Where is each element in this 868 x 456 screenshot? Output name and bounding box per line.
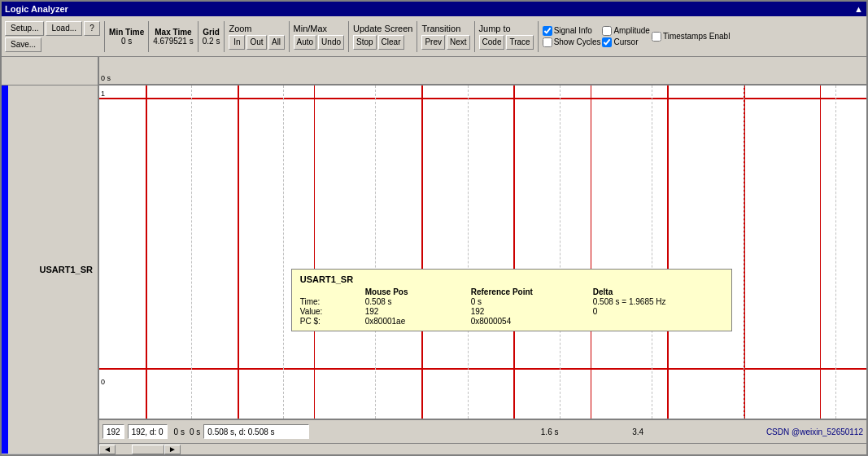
grid-group: Grid 0.2 s [203,28,220,46]
signal-list: USART1_SR [2,86,98,454]
tooltip-empty [300,287,357,296]
transition-group: Transition Prev Next [421,24,469,50]
tooltip-value-delta: 0 [593,307,723,316]
show-cycles-checkbox[interactable] [543,37,552,47]
title-bar: Logic Analyzer ▲ [2,2,866,16]
sep3 [198,21,198,52]
grid-line-7 [744,86,744,419]
scroll-right-button[interactable]: ► [164,445,181,454]
sep5 [289,21,290,52]
setup-button[interactable]: Setup... [5,21,44,36]
window-title: Logic Analyzer [5,4,68,14]
cursor-label: Cursor [613,37,638,46]
grid-line-6 [652,86,652,419]
signal-info-checkbox[interactable] [543,26,552,36]
tooltip-value-refpoint: 192 [471,307,585,316]
grid-line-3 [375,86,376,419]
jump-group: Jump to Code Trace [479,24,534,50]
signal-tooltip: USART1_SR Mouse Pos Reference Point Delt… [291,269,732,331]
amplitude-group: Amplitude [602,26,649,36]
min-time-value: 0 s [121,37,132,46]
signal-low-transition [99,368,866,370]
stop-button[interactable]: Stop [353,35,377,50]
next-button[interactable]: Next [447,35,470,50]
ruler-start: 0 s [101,74,111,82]
grid-line-4 [468,86,469,419]
tooltip-title: USART1_SR [300,274,723,284]
trace-button[interactable]: Trace [506,35,533,50]
tooltip-delta-header: Delta [593,287,723,296]
zoom-out-button[interactable]: Out [246,35,266,50]
zoom-all-button[interactable]: All [268,35,285,50]
signal-panel: USART1_SR [2,57,99,454]
code-button[interactable]: Code [479,35,505,50]
show-cycles-label: Show Cycles [554,37,601,46]
tooltip-time-label: Time: [300,297,357,306]
undo-button[interactable]: Undo [318,35,344,50]
setup-group: Setup... Load... ? Save... [5,21,100,52]
red-line-4 [421,86,423,419]
red-line-9 [820,86,821,419]
min-time-label: Min Time [109,28,144,37]
min-time-group: Min Time 0 s [109,28,144,46]
grid-line-2 [283,86,284,419]
horizontal-scrollbar[interactable]: ◄ ► [99,443,866,454]
value-box-2: 192, d: 0 [128,424,168,439]
max-time-value: 4.679521 s [153,37,194,46]
red-line-2 [238,86,239,419]
checkbox-group-main: Signal Info Show Cycles [543,26,601,47]
signal-row-usart1: USART1_SR [2,86,98,454]
window-controls: ▲ [854,4,863,14]
red-line-5 [513,86,515,419]
clear-button[interactable]: Clear [378,35,404,50]
update-label: Update Screen [353,24,412,33]
zoom-in-button[interactable]: In [229,35,245,50]
high-label: 1 [101,90,105,98]
sep8 [474,21,475,52]
prev-button[interactable]: Prev [421,35,445,50]
time-value-box: 0.508 s, d: 0.508 s [203,424,309,439]
time-label-1: 0 s [174,428,185,436]
help-button[interactable]: ? [84,21,100,36]
cursor-checkbox[interactable] [602,37,612,47]
timestamps-group: Timestamps Enabl [652,32,730,42]
signal-info-label: Signal Info [554,26,592,35]
tooltip-pc-delta [593,317,723,326]
tooltip-pc-mousepos: 0x80001ae [365,317,463,326]
grid-line-5 [560,86,560,419]
red-line-6 [591,86,591,419]
timestamps-checkbox[interactable] [652,32,661,42]
sep1 [104,21,105,52]
tooltip-time-delta: 0.508 s = 1.9685 Hz [593,297,723,306]
tooltip-time-refpoint: 0 s [471,297,585,306]
status-text: CSDN @weixin_52650112 [766,428,863,436]
save-button[interactable]: Save... [5,37,41,52]
signal-name: USART1_SR [40,265,93,274]
time-right-label: 3.4 [632,428,643,436]
tooltip-pc-label: PC $: [300,317,357,326]
amplitude-checkbox[interactable] [602,26,612,36]
minmax-label: Min/Max [294,24,344,33]
max-time-label: Max Time [155,28,191,37]
auto-button[interactable]: Auto [294,35,317,50]
tooltip-table: Mouse Pos Reference Point Delta Time: 0.… [300,287,723,326]
scroll-left-button[interactable]: ◄ [99,445,116,454]
red-line-1 [146,86,147,419]
signal-info-group: Signal Info [543,26,601,36]
sep2 [148,21,149,52]
sep6 [348,21,349,52]
value-box-1: 192 [103,424,124,439]
waveform-area[interactable]: 1 0 USART1_SR Mouse Pos Reference Point … [99,86,866,419]
sep9 [538,21,539,52]
tooltip-pc-refpoint: 0x8000054 [471,317,585,326]
red-line-3 [314,86,315,419]
time-label-1b: 0 s [190,428,200,436]
signal-indicator [2,86,8,454]
time-ruler: 0 s [99,57,866,86]
scrollbar-thumb[interactable] [132,445,164,454]
bottom-bar: 192 192, d: 0 0 s 0 s 0.508 s, d: 0.508 … [99,419,866,443]
timestamps-label: Timestamps Enabl [663,32,730,41]
load-button[interactable]: Load... [46,21,82,36]
grid-label: Grid [203,28,220,37]
zoom-group: Zoom In Out All [229,24,284,50]
